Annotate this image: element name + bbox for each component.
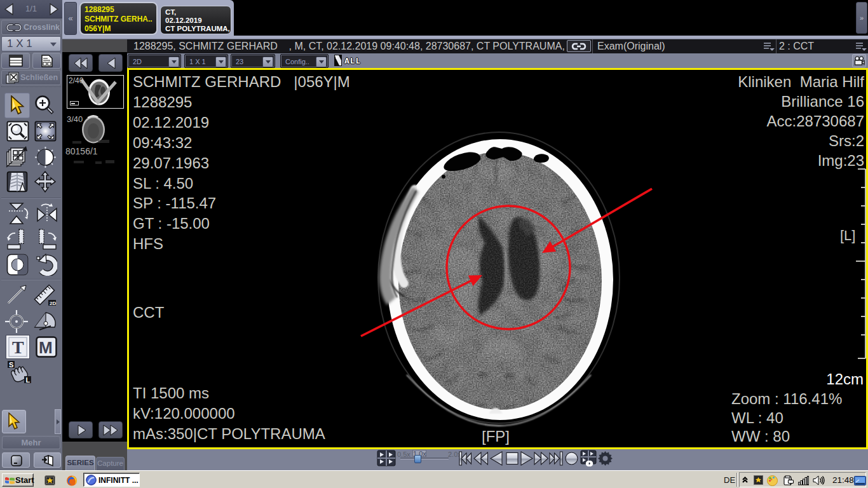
svg-text:M: M	[39, 338, 53, 357]
svg-text:S: S	[9, 361, 13, 369]
svg-text:L: L	[26, 376, 31, 384]
svg-text:2D: 2D	[50, 301, 56, 306]
svg-text:T: T	[12, 337, 24, 357]
